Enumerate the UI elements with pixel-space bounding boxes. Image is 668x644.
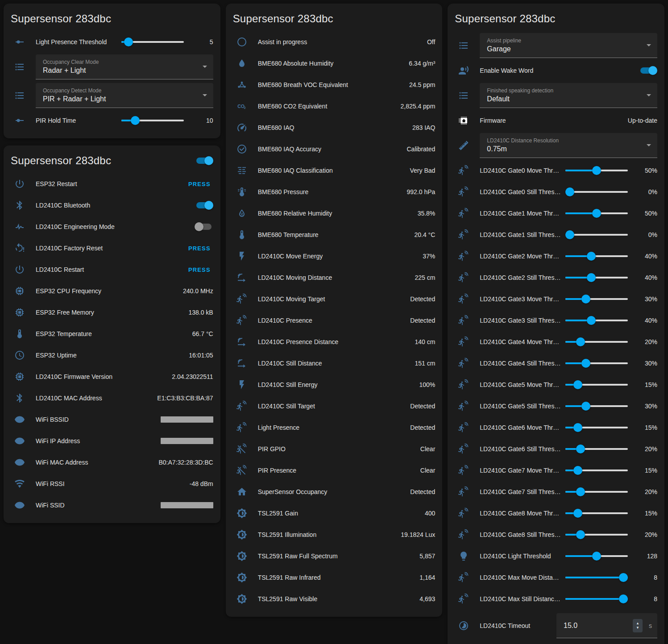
row-bme680-iaq-classification[interactable]: BME680 IAQ ClassificationVery Bad <box>233 160 436 181</box>
row-bme680-absolute-humidity[interactable]: BME680 Absolute Humidity6.34 g/m³ <box>233 53 436 74</box>
ld2410c-gate5-move-thr-slider[interactable] <box>565 380 628 389</box>
row-bme680-pressure[interactable]: BME680 Pressure992.0 hPa <box>233 181 436 203</box>
ld2410c-max-move-dista-slider[interactable] <box>565 573 628 582</box>
row-ld2410c-gate8-still-thres[interactable]: LD2410C Gate8 Still Thres…20% <box>455 524 657 545</box>
row-tsl2591-raw-infrared[interactable]: TSL2591 Raw Infrared1,164 <box>233 567 436 588</box>
row-ld2410c-gate2-still-thres[interactable]: LD2410C Gate2 Still Thres…40% <box>455 267 657 288</box>
row-ld2410c-gate5-move-thr[interactable]: LD2410C Gate5 Move Thr…15% <box>455 374 657 395</box>
row-ld2410c-firmware-version[interactable]: LD2410C Firmware Version2.04.23022511 <box>11 366 213 387</box>
ld2410c-bluetooth-switch[interactable] <box>195 200 213 211</box>
row-assist-pipeline[interactable]: Assist pipelineGarage <box>455 31 657 60</box>
ld2410c-gate4-still-thres-slider[interactable] <box>565 359 628 368</box>
row-ld2410c-light-threshold[interactable]: LD2410C Light Threshold128 <box>455 545 657 567</box>
row-bme680-co2-equivalent[interactable]: CO2BME680 CO2 Equivalent2,825.4 ppm <box>233 96 436 117</box>
ld2410c-gate5-still-thres-slider[interactable] <box>565 402 628 411</box>
ld2410c-gate7-still-thres-slider[interactable] <box>565 487 628 496</box>
row-pir-presence[interactable]: PIR PresenceClear <box>233 460 436 481</box>
ld2410c-gate8-still-thres-slider[interactable] <box>565 530 628 539</box>
ld2410c-gate6-still-thres-slider[interactable] <box>565 445 628 453</box>
finished-speaking-detection-select[interactable]: Finished speaking detectionDefault <box>480 83 657 108</box>
ld2410c-gate1-still-thres-slider[interactable] <box>565 230 628 239</box>
row-ld2410c-gate3-still-thres[interactable]: LD2410C Gate3 Still Thres…40% <box>455 310 657 331</box>
row-tsl2591-gain[interactable]: TSL2591 Gain400 <box>233 503 436 524</box>
row-bme680-temperature[interactable]: BME680 Temperature20.4 °C <box>233 224 436 245</box>
row-ld2410c-gate4-move-thr[interactable]: LD2410C Gate4 Move Thr…20% <box>455 331 657 353</box>
ld2410c-timeout-number-input[interactable]: 15.0▴▾s <box>556 613 657 638</box>
row-ld2410c-gate6-still-thres[interactable]: LD2410C Gate6 Still Thres…20% <box>455 438 657 460</box>
row-ld2410c-timeout[interactable]: LD2410C Timeout15.0▴▾s <box>455 610 657 642</box>
row-wifi-rssi[interactable]: WiFi RSSI-48 dBm <box>11 473 213 494</box>
stepper-down-icon[interactable]: ▾ <box>637 626 639 630</box>
row-pir-gpio[interactable]: PIR GPIOClear <box>233 438 436 460</box>
row-esp32-cpu-frequency[interactable]: ESP32 CPU Frequency240.0 MHz <box>11 280 213 302</box>
row-ld2410c-gate6-move-thr[interactable]: LD2410C Gate6 Move Thr…15% <box>455 417 657 438</box>
occupancy-clear-mode-select[interactable]: Occupancy Clear ModeRadar + Light <box>36 54 213 79</box>
row-assist-in-progress[interactable]: Assist in progressOff <box>233 31 436 53</box>
row-ld2410c-presence-distance[interactable]: LD2410C Presence Distance140 cm <box>233 331 436 353</box>
row-ld2410c-gate3-move-thr[interactable]: LD2410C Gate3 Move Thr…30% <box>455 288 657 310</box>
row-light-presence-threshold[interactable]: Light Presence Threshold5 <box>11 31 213 53</box>
row-ld2410c-still-distance[interactable]: LD2410C Still Distance151 cm <box>233 353 436 374</box>
ld2410c-gate3-move-thr-slider[interactable] <box>565 295 628 303</box>
row-ld2410c-still-target[interactable]: LD2410C Still TargetDetected <box>233 395 436 417</box>
row-ld2410c-moving-target[interactable]: LD2410C Moving TargetDetected <box>233 288 436 310</box>
ld2410c-gate0-still-thres-slider[interactable] <box>565 187 628 196</box>
row-esp32-free-memory[interactable]: ESP32 Free Memory138.0 kB <box>11 302 213 323</box>
row-wifi-mac-address[interactable]: WiFi MAC AddressB0:A7:32:28:3D:BC <box>11 452 213 473</box>
row-occupancy-clear-mode[interactable]: Occupancy Clear ModeRadar + Light <box>11 53 213 81</box>
light-presence-threshold-slider[interactable] <box>121 37 184 46</box>
row-ld2410c-factory-reset[interactable]: LD2410C Factory ResetPRESS <box>11 237 213 259</box>
esp32-restart-press-button[interactable]: PRESS <box>186 181 213 187</box>
enable-wake-word-switch[interactable] <box>639 65 657 76</box>
row-ld2410c-gate0-move-thr[interactable]: LD2410C Gate0 Move Thr…50% <box>455 160 657 181</box>
ld2410c-factory-reset-press-button[interactable]: PRESS <box>186 245 213 252</box>
ld2410c-distance-resolution-select[interactable]: LD2410C Distance Resolution0.75m <box>480 133 657 158</box>
ld2410c-light-threshold-slider[interactable] <box>565 552 628 561</box>
row-ld2410c-gate8-move-thr[interactable]: LD2410C Gate8 Move Thr…15% <box>455 503 657 524</box>
row-wifi-bssid[interactable]: WiFi BSSID <box>11 409 213 430</box>
assist-pipeline-select[interactable]: Assist pipelineGarage <box>480 33 657 58</box>
row-bme680-relative-humidity[interactable]: BME680 Relative Humidity35.8% <box>233 203 436 224</box>
number-stepper[interactable]: ▴▾ <box>633 619 643 632</box>
row-ld2410c-still-energy[interactable]: LD2410C Still Energy100% <box>233 374 436 395</box>
ld2410c-gate1-move-thr-slider[interactable] <box>565 209 628 218</box>
ld2410c-gate8-move-thr-slider[interactable] <box>565 509 628 518</box>
row-ld2410c-bluetooth[interactable]: LD2410C Bluetooth <box>11 195 213 216</box>
ld2410c-gate3-still-thres-slider[interactable] <box>565 316 628 325</box>
ld2410c-gate4-move-thr-slider[interactable] <box>565 337 628 346</box>
row-ld2410c-mac-address[interactable]: LD2410C MAC AddressE1:C3:B3:CB:BA:87 <box>11 387 213 409</box>
row-ld2410c-gate0-still-thres[interactable]: LD2410C Gate0 Still Thres…0% <box>455 181 657 203</box>
ld2410c-gate2-move-thr-slider[interactable] <box>565 252 628 261</box>
row-tsl2591-raw-visible[interactable]: TSL2591 Raw Visible4,693 <box>233 588 436 610</box>
row-ld2410c-gate7-still-thres[interactable]: LD2410C Gate7 Still Thres…20% <box>455 481 657 503</box>
row-bme680-iaq-accuracy[interactable]: BME680 IAQ AccuracyCalibrated <box>233 138 436 160</box>
row-ld2410c-distance-resolution[interactable]: LD2410C Distance Resolution0.75m <box>455 131 657 160</box>
card-toggle[interactable] <box>195 155 213 166</box>
row-firmware[interactable]: FirmwareUp-to-date <box>455 110 657 131</box>
row-ld2410c-max-still-distanc[interactable]: LD2410C Max Still Distanc…8 <box>455 588 657 610</box>
row-ld2410c-gate5-still-thres[interactable]: LD2410C Gate5 Still Thres…30% <box>455 395 657 417</box>
row-tsl2591-raw-full-spectrum[interactable]: TSL2591 Raw Full Spectrum5,857 <box>233 545 436 567</box>
row-wifi-ip-address[interactable]: WiFi IP Address <box>11 430 213 452</box>
row-light-presence[interactable]: Light PresenceDetected <box>233 417 436 438</box>
row-supersensor-occupancy[interactable]: SuperSensor OccupancyDetected <box>233 481 436 503</box>
row-wifi-ssid[interactable]: WiFi SSID <box>11 494 213 516</box>
ld2410c-gate2-still-thres-slider[interactable] <box>565 273 628 282</box>
ld2410c-gate7-move-thr-slider[interactable] <box>565 466 628 475</box>
row-esp32-restart[interactable]: ESP32 RestartPRESS <box>11 173 213 195</box>
row-ld2410c-move-energy[interactable]: LD2410C Move Energy37% <box>233 245 436 267</box>
ld2410c-restart-press-button[interactable]: PRESS <box>186 266 213 273</box>
row-esp32-temperature[interactable]: ESP32 Temperature66.7 °C <box>11 323 213 345</box>
row-pir-hold-time[interactable]: PIR Hold Time10 <box>11 110 213 131</box>
row-ld2410c-gate1-still-thres[interactable]: LD2410C Gate1 Still Thres…0% <box>455 224 657 245</box>
row-esp32-uptime[interactable]: ESP32 Uptime16:01:05 <box>11 345 213 366</box>
row-enable-wake-word[interactable]: Enable Wake Word <box>455 60 657 81</box>
pir-hold-time-slider[interactable] <box>121 116 184 125</box>
row-bme680-breath-voc-equivalent[interactable]: BME680 Breath VOC Equivalent24.5 ppm <box>233 74 436 96</box>
row-ld2410c-engineering-mode[interactable]: LD2410C Engineering Mode <box>11 216 213 237</box>
ld2410c-gate0-move-thr-slider[interactable] <box>565 166 628 175</box>
row-ld2410c-restart[interactable]: LD2410C RestartPRESS <box>11 259 213 280</box>
row-bme680-iaq[interactable]: BME680 IAQ283 IAQ <box>233 117 436 138</box>
occupancy-detect-mode-select[interactable]: Occupancy Detect ModePIR + Radar + Light <box>36 83 213 108</box>
row-ld2410c-gate4-still-thres[interactable]: LD2410C Gate4 Still Thres…30% <box>455 353 657 374</box>
